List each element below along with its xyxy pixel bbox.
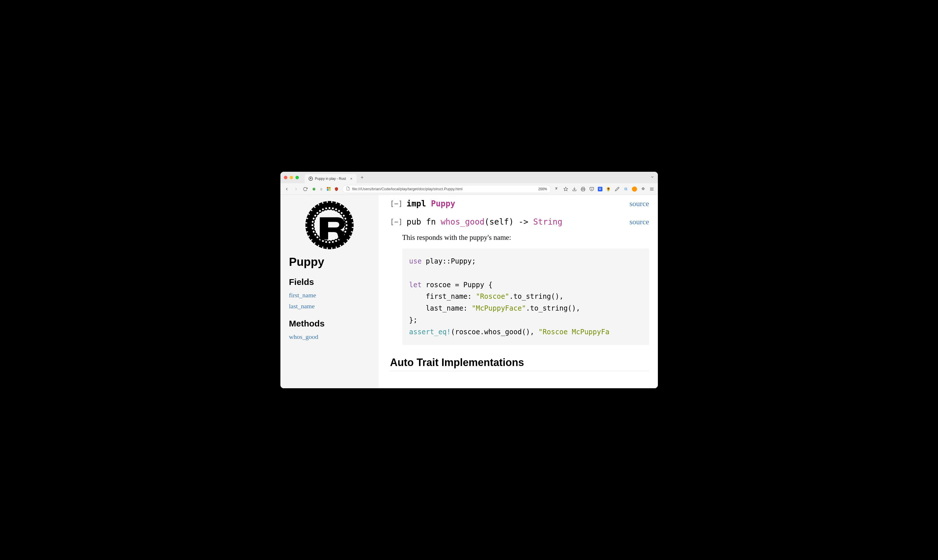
forward-button[interactable] (293, 186, 299, 192)
doc-description: This responds with the puppy's name: (402, 234, 649, 242)
svg-marker-6 (564, 187, 567, 191)
sidebar-field-link[interactable]: first_name (289, 292, 370, 299)
fn-header: [−] pub fn whos_good(self) -> String sou… (390, 217, 649, 226)
extension-icon[interactable] (327, 187, 331, 191)
svg-point-14 (328, 207, 331, 209)
url-bar[interactable]: file:///Users/brian/Code/local/play/targ… (342, 185, 551, 193)
address-bar: ⬣ ⫼ file:///Users/brian/Code/local/play/… (280, 183, 658, 195)
zoom-level[interactable]: 200% (538, 187, 547, 191)
impl-header: [−] impl Puppy source (390, 199, 649, 208)
fn-signature: pub fn whos_good(self) -> String (407, 217, 562, 226)
translate-icon[interactable] (554, 186, 560, 192)
extension-icon[interactable]: U (598, 187, 602, 191)
collapse-toggle-icon[interactable]: [−] (390, 218, 403, 226)
tab-dropdown-button[interactable] (650, 175, 655, 180)
svg-text:R: R (310, 177, 311, 180)
pocket-icon[interactable] (589, 186, 595, 192)
type-link[interactable]: String (533, 217, 562, 226)
extension-icon[interactable] (615, 186, 620, 192)
tab-title: Puppy in play - Rust (315, 177, 348, 181)
rust-favicon: R (309, 177, 313, 181)
account-icon[interactable] (632, 186, 637, 192)
browser-window: R Puppy in play - Rust × + ⬣ ⫼ (280, 172, 658, 388)
extensions-menu-icon[interactable] (641, 186, 646, 192)
maximize-window-button[interactable] (296, 176, 299, 179)
hamburger-menu-icon[interactable] (649, 186, 655, 192)
extension-icon[interactable]: ⫼ (319, 187, 324, 191)
extension-icon[interactable]: ⬣ (312, 187, 316, 191)
traffic-lights (284, 176, 299, 179)
bookmark-star-icon[interactable] (563, 186, 568, 192)
tab-close-button[interactable]: × (350, 176, 352, 181)
main-content: [−] impl Puppy source [−] pub fn whos_go… (379, 195, 658, 388)
sidebar-method-link[interactable]: whos_good (289, 333, 370, 341)
type-link[interactable]: Puppy (431, 199, 455, 208)
auto-trait-heading: Auto Trait Implementations (390, 357, 649, 371)
print-icon[interactable] (581, 186, 586, 192)
sidebar-struct-name: Puppy (289, 255, 370, 268)
svg-rect-5 (329, 189, 331, 191)
back-button[interactable] (284, 186, 290, 192)
browser-tab[interactable]: R Puppy in play - Rust × (305, 174, 357, 183)
sidebar: Puppy Fields first_name last_name Method… (280, 195, 379, 388)
content-area: Puppy Fields first_name last_name Method… (280, 195, 658, 388)
sidebar-fields-heading: Fields (289, 277, 370, 287)
impl-signature: impl Puppy (407, 199, 456, 208)
svg-rect-8 (582, 189, 584, 191)
right-toolbar-icons: U 🌻 ⧉ (554, 186, 655, 192)
collapse-toggle-icon[interactable]: [−] (390, 200, 403, 208)
url-text: file:///Users/brian/Code/local/play/targ… (352, 187, 536, 191)
ublock-icon[interactable] (334, 187, 339, 191)
tab-bar: R Puppy in play - Rust × + (280, 172, 658, 183)
reload-button[interactable] (302, 186, 308, 192)
extension-icon[interactable]: ⧉ (623, 186, 628, 192)
svg-rect-2 (327, 187, 329, 189)
source-link[interactable]: source (630, 200, 649, 208)
svg-rect-3 (329, 187, 331, 189)
left-extension-icons: ⬣ ⫼ (312, 187, 339, 191)
source-link[interactable]: source (630, 218, 649, 226)
minimize-window-button[interactable] (290, 176, 293, 179)
code-example: use play::Puppy; let roscoe = Puppy { fi… (402, 249, 649, 345)
download-icon[interactable] (572, 186, 577, 192)
new-tab-button[interactable]: + (359, 175, 366, 181)
svg-rect-4 (327, 189, 329, 191)
sidebar-methods-heading: Methods (289, 319, 370, 329)
close-window-button[interactable] (284, 176, 287, 179)
page-info-icon[interactable] (346, 186, 350, 191)
extension-icon[interactable]: 🌻 (606, 186, 611, 192)
sidebar-field-link[interactable]: last_name (289, 303, 370, 310)
svg-marker-13 (328, 201, 331, 205)
rust-logo-icon (305, 201, 354, 250)
fn-name-link[interactable]: whos_good (441, 217, 485, 226)
